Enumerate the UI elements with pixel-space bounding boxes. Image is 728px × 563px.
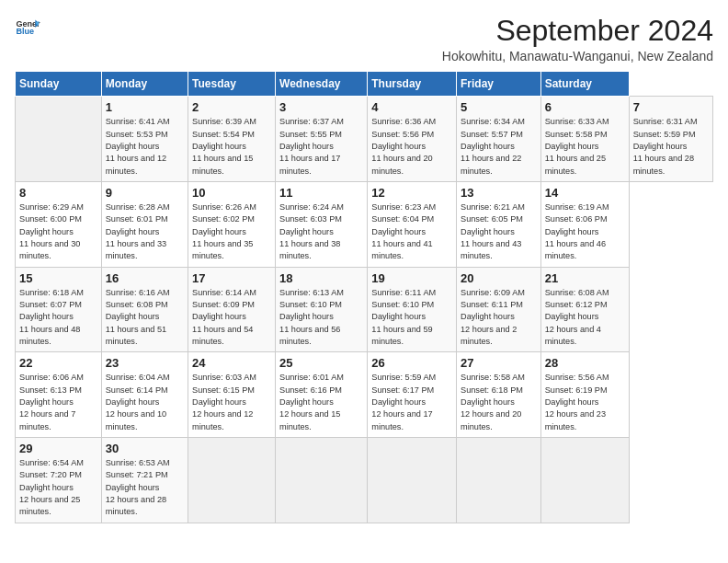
calendar-cell: 1Sunrise: 6:41 AMSunset: 5:53 PMDaylight… — [101, 97, 188, 182]
day-info: Sunrise: 6:26 AMSunset: 6:02 PMDaylight … — [192, 201, 271, 263]
day-number: 8 — [19, 186, 97, 200]
day-info: Sunrise: 6:28 AMSunset: 6:01 PMDaylight … — [106, 201, 184, 263]
weekday-header: Wednesday — [276, 72, 368, 97]
calendar-cell: 6Sunrise: 6:33 AMSunset: 5:58 PMDaylight… — [540, 97, 629, 182]
day-info: Sunrise: 6:23 AMSunset: 6:04 PMDaylight … — [371, 201, 452, 263]
calendar-cell — [16, 97, 102, 182]
day-number: 27 — [461, 356, 537, 370]
day-number: 21 — [545, 271, 625, 285]
day-info: Sunrise: 6:33 AMSunset: 5:58 PMDaylight … — [545, 116, 625, 178]
day-info: Sunrise: 6:31 AMSunset: 5:59 PMDaylight … — [633, 116, 709, 178]
day-info: Sunrise: 6:29 AMSunset: 6:00 PMDaylight … — [19, 201, 97, 263]
location-title: Hokowhitu, Manawatu-Wanganui, New Zealan… — [442, 49, 713, 63]
calendar-cell: 5Sunrise: 6:34 AMSunset: 5:57 PMDaylight… — [457, 97, 541, 182]
day-info: Sunrise: 6:08 AMSunset: 6:12 PMDaylight … — [545, 287, 625, 349]
calendar-cell: 12Sunrise: 6:23 AMSunset: 6:04 PMDayligh… — [368, 181, 457, 267]
day-number: 3 — [279, 100, 363, 114]
day-number: 29 — [19, 442, 97, 455]
day-number: 23 — [106, 356, 184, 370]
calendar-cell: 19Sunrise: 6:11 AMSunset: 6:10 PMDayligh… — [368, 267, 457, 352]
day-number: 30 — [106, 442, 184, 455]
day-number: 22 — [19, 356, 97, 370]
calendar-cell: 30Sunrise: 6:53 AMSunset: 7:21 PMDayligh… — [101, 438, 188, 523]
weekday-header: Thursday — [368, 72, 457, 97]
calendar-week-row: 8Sunrise: 6:29 AMSunset: 6:00 PMDaylight… — [16, 181, 713, 267]
day-number: 5 — [461, 100, 537, 114]
svg-text:Blue: Blue — [16, 27, 34, 36]
calendar-cell: 14Sunrise: 6:19 AMSunset: 6:06 PMDayligh… — [540, 181, 629, 267]
calendar-cell: 25Sunrise: 6:01 AMSunset: 6:16 PMDayligh… — [276, 352, 368, 438]
weekday-header: Saturday — [540, 72, 629, 97]
calendar-cell: 27Sunrise: 5:58 AMSunset: 6:18 PMDayligh… — [457, 352, 541, 438]
day-number: 28 — [545, 356, 625, 370]
logo-icon: General Blue — [15, 15, 40, 40]
day-info: Sunrise: 6:16 AMSunset: 6:08 PMDaylight … — [106, 287, 184, 349]
day-info: Sunrise: 6:06 AMSunset: 6:13 PMDaylight … — [19, 372, 97, 433]
calendar-cell: 21Sunrise: 6:08 AMSunset: 6:12 PMDayligh… — [540, 267, 629, 352]
calendar-cell: 20Sunrise: 6:09 AMSunset: 6:11 PMDayligh… — [457, 267, 541, 352]
day-number: 7 — [633, 100, 709, 114]
calendar-cell: 13Sunrise: 6:21 AMSunset: 6:05 PMDayligh… — [457, 181, 541, 267]
day-number: 20 — [461, 271, 537, 285]
calendar-cell: 24Sunrise: 6:03 AMSunset: 6:15 PMDayligh… — [188, 352, 276, 438]
calendar-cell: 29Sunrise: 6:54 AMSunset: 7:20 PMDayligh… — [16, 438, 102, 523]
day-info: Sunrise: 6:24 AMSunset: 6:03 PMDaylight … — [279, 201, 363, 263]
day-number: 13 — [461, 186, 537, 200]
calendar-cell: 22Sunrise: 6:06 AMSunset: 6:13 PMDayligh… — [16, 352, 102, 438]
day-number: 1 — [106, 100, 184, 114]
weekday-header: Monday — [101, 72, 188, 97]
calendar-cell: 26Sunrise: 5:59 AMSunset: 6:17 PMDayligh… — [368, 352, 457, 438]
day-number: 24 — [192, 356, 271, 370]
day-info: Sunrise: 6:21 AMSunset: 6:05 PMDaylight … — [461, 201, 537, 263]
day-info: Sunrise: 6:04 AMSunset: 6:14 PMDaylight … — [106, 372, 184, 433]
day-number: 4 — [371, 100, 452, 114]
day-info: Sunrise: 6:14 AMSunset: 6:09 PMDaylight … — [192, 287, 271, 349]
day-info: Sunrise: 6:54 AMSunset: 7:20 PMDaylight … — [19, 457, 97, 519]
calendar-cell: 17Sunrise: 6:14 AMSunset: 6:09 PMDayligh… — [188, 267, 276, 352]
header-row: SundayMondayTuesdayWednesdayThursdayFrid… — [16, 72, 713, 97]
day-number: 18 — [279, 271, 363, 285]
calendar-cell: 3Sunrise: 6:37 AMSunset: 5:55 PMDaylight… — [276, 97, 368, 182]
day-number: 25 — [279, 356, 363, 370]
day-info: Sunrise: 6:37 AMSunset: 5:55 PMDaylight … — [279, 116, 363, 178]
calendar-cell — [540, 438, 629, 523]
calendar-cell: 15Sunrise: 6:18 AMSunset: 6:07 PMDayligh… — [16, 267, 102, 352]
day-number: 19 — [371, 271, 452, 285]
calendar-cell — [457, 438, 541, 523]
calendar-cell: 7Sunrise: 6:31 AMSunset: 5:59 PMDaylight… — [629, 97, 712, 182]
day-number: 15 — [19, 271, 97, 285]
day-info: Sunrise: 5:58 AMSunset: 6:18 PMDaylight … — [461, 372, 537, 433]
day-number: 9 — [106, 186, 184, 200]
month-title: September 2024 — [442, 15, 713, 47]
weekday-header: Sunday — [16, 72, 102, 97]
day-number: 11 — [279, 186, 363, 200]
calendar-cell — [276, 438, 368, 523]
day-info: Sunrise: 6:01 AMSunset: 6:16 PMDaylight … — [279, 372, 363, 433]
day-info: Sunrise: 6:41 AMSunset: 5:53 PMDaylight … — [106, 116, 184, 178]
day-info: Sunrise: 6:53 AMSunset: 7:21 PMDaylight … — [106, 457, 184, 519]
weekday-header: Friday — [457, 72, 541, 97]
day-number: 2 — [192, 100, 271, 114]
day-number: 12 — [371, 186, 452, 200]
calendar-table: SundayMondayTuesdayWednesdayThursdayFrid… — [15, 71, 713, 523]
calendar-week-row: 1Sunrise: 6:41 AMSunset: 5:53 PMDaylight… — [16, 97, 713, 182]
day-info: Sunrise: 6:19 AMSunset: 6:06 PMDaylight … — [545, 201, 625, 263]
day-info: Sunrise: 6:03 AMSunset: 6:15 PMDaylight … — [192, 372, 271, 433]
calendar-cell: 2Sunrise: 6:39 AMSunset: 5:54 PMDaylight… — [188, 97, 276, 182]
calendar-header: SundayMondayTuesdayWednesdayThursdayFrid… — [16, 72, 713, 97]
weekday-header: Tuesday — [188, 72, 276, 97]
calendar-cell: 11Sunrise: 6:24 AMSunset: 6:03 PMDayligh… — [276, 181, 368, 267]
calendar-cell: 4Sunrise: 6:36 AMSunset: 5:56 PMDaylight… — [368, 97, 457, 182]
calendar-cell — [368, 438, 457, 523]
calendar-cell: 9Sunrise: 6:28 AMSunset: 6:01 PMDaylight… — [101, 181, 188, 267]
day-info: Sunrise: 6:13 AMSunset: 6:10 PMDaylight … — [279, 287, 363, 349]
calendar-cell: 23Sunrise: 6:04 AMSunset: 6:14 PMDayligh… — [101, 352, 188, 438]
calendar-week-row: 22Sunrise: 6:06 AMSunset: 6:13 PMDayligh… — [16, 352, 713, 438]
page-header: General Blue September 2024 Hokowhitu, M… — [15, 15, 713, 63]
day-number: 26 — [371, 356, 452, 370]
day-number: 14 — [545, 186, 625, 200]
day-info: Sunrise: 5:59 AMSunset: 6:17 PMDaylight … — [371, 372, 452, 433]
day-info: Sunrise: 6:39 AMSunset: 5:54 PMDaylight … — [192, 116, 271, 178]
day-number: 10 — [192, 186, 271, 200]
day-info: Sunrise: 6:34 AMSunset: 5:57 PMDaylight … — [461, 116, 537, 178]
